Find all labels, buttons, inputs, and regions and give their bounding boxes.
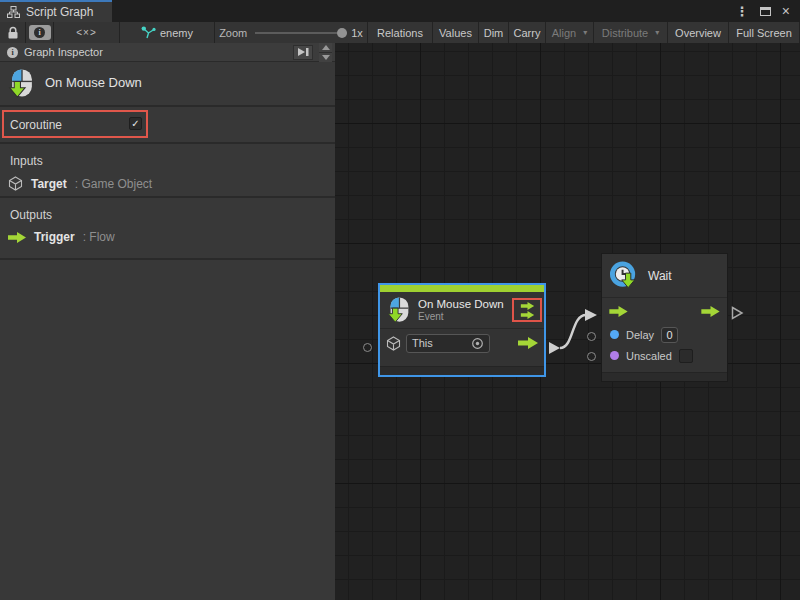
flow-input-port[interactable] <box>609 306 628 317</box>
distribute-label: Distribute <box>602 27 648 39</box>
window-controls: ⋮ × <box>736 0 800 22</box>
wait-node-header: Wait <box>602 254 727 298</box>
dock-panel-button[interactable] <box>293 45 313 60</box>
input-name: Target <box>31 177 67 191</box>
delay-value-field[interactable]: 0 <box>661 327 678 343</box>
flow-wire[interactable] <box>540 301 605 361</box>
zoom-control: Zoom 1x <box>215 22 368 43</box>
graph-canvas[interactable]: On Mouse Down Event This <box>335 43 800 600</box>
input-type: : Game Object <box>75 177 152 191</box>
on-mouse-down-icon <box>8 67 35 104</box>
align-dropdown-icon: ▾ <box>583 28 587 37</box>
wait-clock-icon <box>609 260 640 292</box>
outputs-header: Outputs <box>10 208 52 222</box>
tab-script-graph[interactable]: Script Graph <box>0 0 112 22</box>
tab-title: Script Graph <box>26 5 93 19</box>
graph-breadcrumb[interactable]: enemy <box>120 22 215 43</box>
close-icon[interactable]: × <box>782 4 790 18</box>
flow-arrow-icon <box>8 232 26 243</box>
node-on-mouse-down[interactable]: On Mouse Down Event This <box>378 283 546 377</box>
inspector-toggle-active: i <box>29 25 51 40</box>
unscaled-checkbox[interactable] <box>679 349 693 363</box>
inputs-header: Inputs <box>10 154 43 168</box>
tab-bar: Script Graph ⋮ × <box>0 0 800 22</box>
zoom-label: Zoom <box>219 27 247 39</box>
maximize-icon[interactable] <box>760 7 771 16</box>
align-button[interactable]: Align ▾ <box>546 22 594 43</box>
input-row-target: Target : Game Object <box>8 176 152 191</box>
coroutine-arrow-icon <box>520 311 535 319</box>
triangle-down-icon <box>322 55 330 60</box>
info-icon: i <box>34 27 45 38</box>
event-node-body: This <box>380 328 544 357</box>
event-target-port[interactable] <box>363 343 372 352</box>
node-wait[interactable]: Wait Delay 0 Unscaled <box>601 253 728 382</box>
zoom-slider-handle[interactable] <box>337 28 347 38</box>
scroll-down-button[interactable] <box>319 52 332 62</box>
distribute-dropdown-icon: ▾ <box>655 28 659 37</box>
event-node-header: On Mouse Down Event <box>380 292 544 328</box>
values-button[interactable]: Values <box>433 22 479 43</box>
coroutine-indicator-highlight <box>512 298 542 322</box>
cube-icon <box>8 176 23 191</box>
node-title: Wait <box>648 269 672 283</box>
delay-label: Delay <box>626 329 654 341</box>
wait-flow-row <box>602 298 727 324</box>
coroutine-label: Coroutine <box>10 118 62 132</box>
code-preview-button[interactable]: <×> <box>54 22 120 43</box>
node-titles: On Mouse Down Event <box>418 298 504 323</box>
unscaled-port-dot <box>610 351 619 360</box>
carry-button[interactable]: Carry <box>509 22 546 43</box>
coroutine-checkbox[interactable]: ✓ <box>129 117 142 130</box>
node-subtitle: Event <box>418 311 504 323</box>
fullscreen-button[interactable]: Full Screen <box>729 22 800 43</box>
code-icon: <×> <box>76 27 97 38</box>
triangle-up-icon <box>322 45 330 50</box>
lock-icon <box>7 26 19 40</box>
coroutine-setting-row: Coroutine ✓ <box>0 107 335 144</box>
graph-inspector-panel: i Graph Inspector <box>0 43 335 600</box>
dock-right-icon <box>296 46 310 58</box>
target-value-field[interactable]: This <box>406 334 490 353</box>
overview-button[interactable]: Overview <box>668 22 729 43</box>
target-value: This <box>412 337 433 349</box>
trigger-output-port[interactable] <box>518 337 538 349</box>
inspector-header: i Graph Inspector <box>0 43 335 62</box>
zoom-slider[interactable] <box>255 28 347 38</box>
graph-toolbar: i <×> enemy Zoom 1x Relations Values Dim… <box>0 22 800 43</box>
lock-button[interactable] <box>0 22 26 43</box>
info-icon: i <box>7 47 18 58</box>
output-name: Trigger <box>34 230 75 244</box>
event-accent-bar <box>380 285 544 292</box>
relations-button[interactable]: Relations <box>368 22 433 43</box>
inputs-section: Inputs Target : Game Object <box>0 144 335 198</box>
distribute-button[interactable]: Distribute ▾ <box>594 22 668 43</box>
coroutine-arrow-icon <box>520 302 535 310</box>
object-picker-icon[interactable] <box>471 337 484 350</box>
panel-scroll-arrows <box>319 43 332 62</box>
delay-row: Delay 0 <box>602 324 727 345</box>
scroll-up-button[interactable] <box>319 43 332 52</box>
node-footer <box>380 366 544 375</box>
flow-output-port[interactable] <box>701 306 720 317</box>
window-menu-icon[interactable]: ⋮ <box>736 4 749 19</box>
unscaled-label: Unscaled <box>626 350 672 362</box>
on-mouse-down-icon <box>386 296 412 324</box>
delay-port-dot <box>610 330 619 339</box>
flow-continuation-triangle[interactable] <box>731 306 744 320</box>
graph-name: enemy <box>160 27 193 39</box>
script-graph-window: Script Graph ⋮ × i <×> <box>0 0 800 600</box>
align-label: Align <box>552 27 576 39</box>
graph-icon <box>7 6 20 18</box>
cube-icon <box>386 336 401 351</box>
inspector-toggle-button[interactable]: i <box>26 22 54 43</box>
dim-button[interactable]: Dim <box>479 22 509 43</box>
output-row-trigger: Trigger : Flow <box>8 230 115 244</box>
inspector-title: Graph Inspector <box>24 46 103 58</box>
inspected-node-section: On Mouse Down <box>0 62 335 107</box>
outputs-section: Outputs Trigger : Flow <box>0 198 335 260</box>
node-title: On Mouse Down <box>418 298 504 311</box>
zoom-value: 1x <box>351 27 363 39</box>
unscaled-row: Unscaled <box>602 345 727 366</box>
graph-asset-icon <box>141 26 156 39</box>
